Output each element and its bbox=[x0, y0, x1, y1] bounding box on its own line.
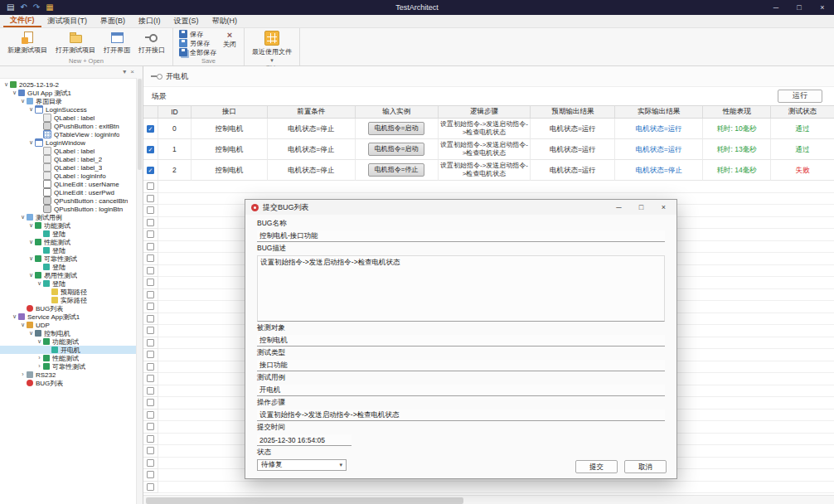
menu-item[interactable]: 文件(F) bbox=[3, 15, 41, 27]
maximize-button[interactable]: □ bbox=[788, 0, 811, 15]
collapse-icon[interactable]: ∨ bbox=[19, 214, 27, 220]
tree-item[interactable]: 开电机 bbox=[0, 346, 143, 354]
tree-item[interactable]: ∨LoginSuccess bbox=[0, 105, 143, 114]
row-checkbox[interactable] bbox=[147, 303, 154, 310]
row-checkbox[interactable] bbox=[147, 387, 154, 395]
tree-item[interactable]: 登陆 bbox=[0, 246, 143, 254]
row-checkbox[interactable] bbox=[147, 206, 154, 214]
collapse-icon[interactable]: ∨ bbox=[27, 106, 35, 113]
minimize-button[interactable]: ─ bbox=[764, 0, 788, 15]
undo-icon[interactable]: ↶ bbox=[20, 3, 27, 12]
expand-icon[interactable]: › bbox=[36, 363, 43, 370]
row-checkbox[interactable] bbox=[147, 351, 154, 358]
menu-item[interactable]: 帮助(H) bbox=[206, 15, 245, 27]
row-checkbox[interactable] bbox=[147, 195, 154, 202]
tree-item[interactable]: QLabel : label_3 bbox=[0, 163, 143, 172]
save-icon[interactable]: ▤ bbox=[7, 3, 14, 12]
row-checkbox[interactable] bbox=[147, 411, 154, 419]
row-checkbox[interactable] bbox=[147, 230, 154, 238]
tree-item[interactable]: ∨Service App测试1 bbox=[0, 313, 143, 321]
test-type-input[interactable]: 接口功能 bbox=[257, 360, 665, 371]
close-button[interactable]: × bbox=[811, 0, 834, 15]
tree-item[interactable]: QLineEdit : userName bbox=[0, 180, 143, 188]
row-checkbox[interactable] bbox=[147, 267, 154, 274]
collapse-icon[interactable]: ∨ bbox=[27, 272, 35, 279]
row-checkbox[interactable] bbox=[147, 375, 154, 382]
open-window-button[interactable]: 打开界面 bbox=[100, 30, 133, 56]
row-checkbox[interactable] bbox=[147, 399, 154, 406]
row-checkbox[interactable] bbox=[147, 219, 154, 226]
test-case-input[interactable]: 开电机 bbox=[257, 385, 665, 396]
collapse-icon[interactable]: ∨ bbox=[2, 81, 10, 88]
row-checkbox[interactable] bbox=[147, 315, 154, 322]
row-checkbox[interactable] bbox=[147, 423, 154, 430]
tree-item[interactable]: BUG列表 bbox=[0, 379, 143, 387]
bug-description-textarea[interactable]: 设置初始指令->发送启动指令->检查电机状态 bbox=[257, 255, 665, 322]
collapse-icon[interactable]: ∨ bbox=[11, 313, 18, 320]
dialog-maximize-button[interactable]: □ bbox=[630, 200, 652, 215]
tree-item[interactable]: 预期路径 bbox=[0, 288, 143, 296]
tree-item[interactable]: QPushButton : loginBtn bbox=[0, 205, 143, 213]
row-checkbox[interactable] bbox=[147, 327, 154, 334]
tree-item[interactable]: BUG列表 bbox=[0, 304, 143, 313]
tree-item[interactable]: ∨易用性测试 bbox=[0, 271, 143, 279]
tree-item[interactable]: 实际路径 bbox=[0, 296, 143, 304]
tree-item[interactable]: ∨控制电机 bbox=[0, 329, 143, 337]
collapse-icon[interactable]: ∨ bbox=[27, 330, 35, 337]
tree-item[interactable]: ∨可靠性测试 bbox=[0, 254, 143, 263]
close-icon[interactable]: × bbox=[130, 69, 134, 75]
row-checkbox[interactable] bbox=[147, 291, 154, 298]
chevron-down-icon[interactable]: ▾ bbox=[123, 69, 126, 75]
collapse-icon[interactable]: ∨ bbox=[36, 338, 43, 345]
tree-item[interactable]: ∨功能测试 bbox=[0, 337, 143, 346]
tree-item[interactable]: 登陆 bbox=[0, 230, 143, 238]
tree-item[interactable]: ∨2025-12-19-2 bbox=[0, 80, 143, 89]
tree-item[interactable]: ∨性能测试 bbox=[0, 238, 143, 246]
collapse-icon[interactable]: ∨ bbox=[36, 280, 43, 287]
tree-item[interactable]: QPushButton : exitBtn bbox=[0, 122, 143, 130]
open-interface-button[interactable]: 打开接口 bbox=[135, 30, 168, 56]
row-checkbox[interactable] bbox=[147, 243, 154, 250]
row-checkbox[interactable] bbox=[147, 471, 154, 478]
bug-name-input[interactable]: 控制电机-接口功能 bbox=[257, 230, 665, 242]
redo-icon[interactable]: ↷ bbox=[33, 3, 40, 12]
tree-item[interactable]: ∨功能测试 bbox=[0, 221, 143, 230]
tree-item[interactable]: ∨UDP bbox=[0, 321, 143, 329]
expand-icon[interactable]: › bbox=[36, 355, 43, 361]
tree-item[interactable]: ›性能测试 bbox=[0, 354, 143, 362]
open-project-button[interactable]: 打开测试项目 bbox=[52, 30, 99, 56]
horizontal-scrollbar[interactable] bbox=[143, 495, 834, 504]
operation-steps-input[interactable]: 设置初始指令->发送启动指令->检查电机状态 bbox=[257, 410, 665, 421]
dialog-close-button[interactable]: × bbox=[652, 200, 675, 215]
tree-item[interactable]: 登陆 bbox=[0, 263, 143, 271]
collapse-icon[interactable]: ∨ bbox=[19, 322, 27, 328]
saveall-button[interactable]: 全部保存 bbox=[177, 48, 218, 56]
menu-item[interactable]: 接口(I) bbox=[132, 15, 167, 27]
row-checkbox[interactable] bbox=[147, 447, 154, 454]
tree-item[interactable]: QLabel : loginInfo bbox=[0, 172, 143, 180]
test-object-input[interactable]: 控制电机 bbox=[257, 335, 665, 346]
row-checkbox[interactable] bbox=[147, 363, 154, 371]
row-checkbox[interactable] bbox=[147, 146, 154, 153]
row-checkbox[interactable] bbox=[147, 435, 154, 443]
recent-icon[interactable]: ▦ bbox=[46, 3, 53, 12]
row-checkbox[interactable] bbox=[147, 483, 154, 491]
submit-time-input[interactable]: 2025-12-30 16:54:05 bbox=[257, 434, 352, 446]
tree-item[interactable]: ›RS232 bbox=[0, 371, 143, 379]
row-checkbox[interactable] bbox=[147, 459, 154, 467]
collapse-icon[interactable]: ∨ bbox=[27, 222, 35, 229]
input-instance-button[interactable]: 电机指令=启动 bbox=[368, 122, 425, 135]
input-instance-button[interactable]: 电机指令=启动 bbox=[368, 143, 425, 156]
cancel-button[interactable]: 取消 bbox=[624, 460, 667, 473]
row-checkbox[interactable] bbox=[147, 167, 154, 174]
tree-item[interactable]: ∨界面目录 bbox=[0, 97, 143, 105]
recent-files-button[interactable]: 最近使用文件▾ bbox=[249, 30, 295, 63]
row-checkbox[interactable] bbox=[147, 339, 154, 346]
menu-item[interactable]: 测试项目(T) bbox=[41, 15, 95, 27]
dialog-minimize-button[interactable]: ─ bbox=[608, 200, 630, 215]
run-button[interactable]: 运行 bbox=[778, 90, 822, 103]
close-button[interactable]: ×关闭 bbox=[220, 30, 240, 50]
tree-item[interactable]: ∨登陆 bbox=[0, 279, 143, 288]
tree-item[interactable]: QLabel : label bbox=[0, 147, 143, 155]
tree-item[interactable]: QLabel : label bbox=[0, 114, 143, 122]
